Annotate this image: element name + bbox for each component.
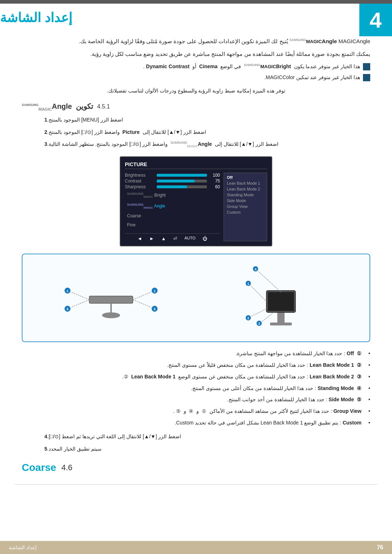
mode-standing: • ④ Standing Mode : حدد هذا الخيار للمشا… — [36, 384, 370, 393]
svg-rect-1 — [270, 323, 292, 325]
page-footer: 76 إعداد الشاشة — [0, 541, 392, 554]
svg-rect-16 — [89, 296, 133, 303]
svg-text:5: 5 — [154, 307, 155, 311]
monitor-sub-lean1: Lean Back Mode 1 — [227, 180, 264, 186]
mode-off: • ① Off : حدد هذا الخيار للمشاهدة من موا… — [36, 349, 370, 358]
bullet-item-1: هذا الخيار غير متوفر عندما يكون SAMSUNGM… — [44, 62, 370, 71]
svg-text:1: 1 — [66, 289, 68, 293]
monitor-sub-custom: Custom — [227, 209, 264, 215]
section-451-number: 4.5.1 — [97, 103, 110, 110]
monitor-layout: Brightness 100 Contrast 75 Sharpness 60 — [125, 173, 267, 241]
angle-svg-left: 4 1 2 3 — [245, 262, 317, 334]
svg-text:1: 1 — [154, 289, 155, 293]
chapter-number-box: 4 — [359, 4, 392, 36]
monitor-brightness-row: Brightness 100 — [125, 173, 220, 178]
monitor-sub-side: Side Mode — [227, 198, 264, 204]
steps-list: 1 اضغط الزر [MENU] الموجود بالمنتج. 2 اض… — [36, 116, 370, 149]
mode-lean2: • ③ Lean Back Mode 2 : حدد هذا الخيار لل… — [36, 373, 370, 381]
monitor-icon-enter: ⏎ — [173, 236, 177, 241]
section-451-heading: 4.5.1 تكوين SAMSUNGMAGICAngle — [22, 102, 370, 111]
mode-lean1: • ② Lean Back Mode 1 : حدد هذا الخيار لل… — [36, 361, 370, 370]
svg-point-18 — [102, 312, 120, 318]
monitor-icon-auto: AUTO — [184, 236, 195, 241]
svg-text:2: 2 — [247, 316, 249, 320]
step-2: 2 اضغط الزر [▼/▲] للانتقال إلى Picture و… — [36, 128, 370, 137]
svg-line-15 — [260, 312, 274, 323]
svg-text:1: 1 — [247, 282, 249, 286]
monitor-icon-right: ► — [149, 236, 154, 241]
angle-diagram-wrapper: 4 1 2 3 — [22, 254, 370, 342]
mode-bullets: • ① Off : حدد هذا الخيار للمشاهدة من موا… — [36, 349, 370, 427]
svg-text:5: 5 — [66, 307, 68, 311]
diagram-right: 1 5 1 5 — [30, 262, 192, 334]
footer-page-number: 76 — [377, 544, 383, 551]
monitor-menu-left: Brightness 100 Contrast 75 Sharpness 60 — [125, 173, 220, 241]
intro-line1: SAMSUNGMAGICAngle MAGICAngle يُتيح لك ال… — [22, 36, 370, 46]
page-header-strip — [0, 0, 392, 4]
svg-text:4: 4 — [254, 267, 256, 271]
main-content: SAMSUNGMAGICAngle MAGICAngle يُتيح لك ال… — [0, 29, 392, 484]
monitor-sub-group: Group View — [227, 204, 264, 209]
monitor-screenshot: PICTURE Brightness 100 Contrast 75 Sharp… — [120, 156, 272, 246]
svg-line-4 — [256, 269, 281, 292]
magic-angle-label: SAMSUNGMAGICAngle — [290, 38, 339, 44]
step-1: 1 اضغط الزر [MENU] الموجود بالمنتج. — [36, 116, 370, 124]
step-3: 3 اضغط الزر [▼/▲] للانتقال إلى SAMSUNGMA… — [36, 140, 370, 149]
monitor-icon-left: ◄ — [138, 236, 142, 241]
footer-chapter-title: إعداد الشاشة — [9, 545, 37, 550]
svg-rect-0 — [277, 312, 285, 323]
monitor-fine: Fine — [125, 221, 220, 230]
chapter-header: إعداد الشاشة 4 — [0, 4, 392, 29]
svg-rect-3 — [268, 292, 294, 311]
chapter-number: 4 — [369, 8, 381, 33]
note-text: توفر هذه الميزة إمكانية ضبط زاوية الرؤية… — [22, 86, 370, 95]
bullet-section: هذا الخيار غير متوفر عندما يكون SAMSUNGM… — [44, 62, 370, 82]
monitor-sub-lean2: Lean Back Mode 2 — [227, 186, 264, 192]
monitor-icon-power: ⏻ — [203, 236, 207, 241]
monitor-sub-off: Off — [227, 175, 264, 180]
step-5: 5 سيتم تطبيق الخيار المحدد. — [36, 445, 370, 454]
monitor-bottom-icons: ◄ ► ▲ ⏎ AUTO ⏻ — [125, 233, 220, 241]
mode-side: • ⑤ Side Mode : حدد هذا الخيار للمشاهدة … — [36, 395, 370, 404]
svg-line-5 — [248, 283, 266, 301]
monitor-magic-angle: SAMSUNGMAGIC Angle — [125, 201, 220, 212]
footer-divider — [15, 484, 377, 485]
monitor-magic-bright: SAMSUNGMAGIC Bright — [125, 190, 220, 201]
mode-group: • Group View : حدد هذا الخيار لتتيح لأكث… — [36, 407, 370, 416]
angle-diagram-inner: 4 1 2 3 — [30, 262, 362, 334]
bullet-item-2: هذا الخيار غير متوفر عند تمكين MAGICColo… — [44, 73, 370, 82]
numbered-steps-4-5: 4 اضغط الزر [▼/▲] للانتقال إلى اللغة الت… — [36, 432, 370, 454]
section-46-number: 4.6 — [61, 463, 73, 472]
svg-text:3: 3 — [258, 322, 260, 325]
angle-svg-right: 1 5 1 5 — [60, 262, 162, 334]
monitor-sharpness-row: Sharpness 60 — [125, 184, 220, 189]
intro-line2: يمكنك التمتع بجودة صورة مماثلة أيضًا عند… — [22, 49, 370, 59]
chapter-title: إعداد الشاشة — [0, 10, 72, 25]
monitor-coarse: Coarse — [125, 212, 220, 221]
monitor-title: PICTURE — [125, 161, 267, 169]
section-46-title: Coarse — [22, 462, 56, 473]
monitor-icon-up: ▲ — [161, 236, 166, 241]
monitor-sub-standing: Standing Mode — [227, 192, 264, 198]
note-icon — [363, 63, 370, 70]
note-icon-2 — [363, 74, 370, 81]
diagram-left: 4 1 2 3 — [200, 262, 362, 334]
section-46-heading: 4.6 Coarse — [22, 462, 370, 473]
section-451-title: تكوين SAMSUNGMAGICAngle — [22, 102, 93, 111]
mode-custom: • Custom : يتم تطبيق الوضع Lean Back Mod… — [36, 419, 370, 427]
monitor-submenu: Off Lean Back Mode 1 Lean Back Mode 2 St… — [224, 173, 267, 241]
step-4: 4 اضغط الزر [▼/▲] للانتقال إلى اللغة الت… — [36, 432, 370, 441]
monitor-contrast-row: Contrast 75 — [125, 178, 220, 184]
